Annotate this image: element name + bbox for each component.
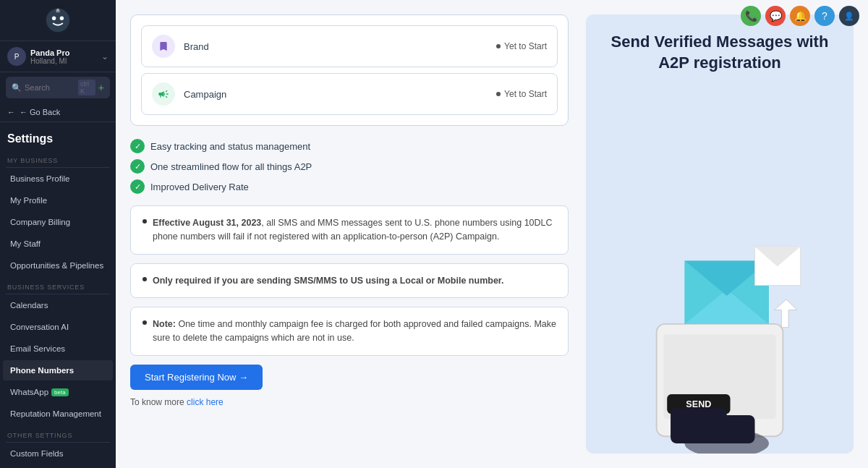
brand-card: Brand Yet to Start xyxy=(141,25,558,67)
feature-item-3: ✓ Improved Delivery Rate xyxy=(130,179,569,194)
divider xyxy=(6,167,110,168)
start-registering-button[interactable]: Start Registering Now → xyxy=(130,365,263,390)
campaign-status-text: Yet to Start xyxy=(504,89,547,99)
sidebar-item-my-profile[interactable]: My Profile xyxy=(3,190,113,210)
account-location: Holland, MI xyxy=(30,57,97,65)
svg-text:SEND: SEND xyxy=(686,399,711,409)
brand-status-text: Yet to Start xyxy=(504,41,547,51)
sidebar-item-phone-numbers[interactable]: Phone Numbers xyxy=(3,360,113,380)
sidebar-item-opportunities[interactable]: Opportunities & Pipelines xyxy=(3,255,113,276)
right-panel: Send Verified Messages with A2P registra… xyxy=(586,14,854,454)
feature-item-2: ✓ One streamlined flow for all things A2… xyxy=(130,159,569,174)
info-text-1: Effective August 31, 2023, all SMS and M… xyxy=(153,216,556,244)
feature-label-3: Improved Delivery Rate xyxy=(150,182,249,192)
brand-label: Brand xyxy=(184,41,496,52)
sidebar-item-company-billing[interactable]: Company Billing xyxy=(3,212,113,232)
search-icon: 🔍 xyxy=(12,83,22,93)
whatsapp-label: WhatsApp xyxy=(10,388,48,396)
sidebar-item-conversation-ai[interactable]: Conversation AI xyxy=(3,317,113,337)
svg-point-2 xyxy=(60,17,64,20)
bullet-icon-3 xyxy=(142,320,147,325)
account-name: Panda Pro xyxy=(30,48,97,57)
svg-point-4 xyxy=(56,9,59,12)
info-box-note: Note: One time and monthly campaign fee … xyxy=(130,307,569,356)
divider xyxy=(6,442,110,443)
right-panel-title: Send Verified Messages with A2P registra… xyxy=(600,32,839,73)
info-text-2: Only required if you are sending SMS/MMS… xyxy=(153,274,503,288)
sidebar-item-email-services[interactable]: Email Services xyxy=(3,339,113,359)
divider xyxy=(6,294,110,294)
back-arrow-icon: ← xyxy=(7,108,15,116)
main-content: Brand Yet to Start Campaign Yet to Start xyxy=(116,0,868,468)
sidebar-logo xyxy=(0,0,116,41)
phone-topbar-icon[interactable]: 📞 xyxy=(741,6,761,26)
chevron-down-icon: ⌄ xyxy=(101,51,109,61)
search-shortcut: ctrl K xyxy=(78,80,95,95)
info-text-3: Note: One time and monthly campaign fee … xyxy=(153,318,556,345)
know-more-text: To know more click here xyxy=(130,397,569,407)
sidebar-item-custom-fields[interactable]: Custom Fields xyxy=(3,443,113,464)
bell-topbar-icon[interactable]: 🔔 xyxy=(790,6,810,26)
info-box-effective-date: Effective August 31, 2023, all SMS and M… xyxy=(130,205,569,255)
avatar: P xyxy=(7,47,26,66)
sidebar-item-whatsapp[interactable]: WhatsApp beta xyxy=(3,382,113,402)
campaign-status: Yet to Start xyxy=(496,89,547,99)
beta-badge: beta xyxy=(51,388,69,396)
section-business-services: BUSINESS SERVICES xyxy=(0,276,116,294)
svg-point-1 xyxy=(52,17,56,20)
brand-status-dot xyxy=(496,44,501,48)
chat-topbar-icon[interactable]: 💬 xyxy=(765,6,786,26)
check-icon-1: ✓ xyxy=(130,139,145,153)
sidebar-search-bar[interactable]: 🔍 ctrl K + xyxy=(6,77,110,98)
check-icon-3: ✓ xyxy=(130,179,145,194)
brand-icon xyxy=(152,35,175,58)
sidebar-item-reputation[interactable]: Reputation Management xyxy=(3,404,113,424)
search-input[interactable] xyxy=(25,83,75,92)
go-back-button[interactable]: ← ← Go Back xyxy=(0,103,116,122)
sidebar-account[interactable]: P Panda Pro Holland, MI ⌄ xyxy=(0,41,116,72)
section-my-business: MY BUSINESS xyxy=(0,150,116,167)
a2p-illustration: SEND xyxy=(600,88,839,454)
campaign-icon xyxy=(152,82,175,106)
brand-status: Yet to Start xyxy=(496,41,547,51)
info-box-required: Only required if you are sending SMS/MMS… xyxy=(130,263,569,299)
user-topbar-icon[interactable]: 👤 xyxy=(839,6,859,26)
start-button-label: Start Registering Now → xyxy=(145,372,248,383)
feature-label-1: Easy tracking and status management xyxy=(150,141,310,152)
click-here-link[interactable]: click here xyxy=(187,397,224,407)
section-other-settings: OTHER SETTINGS xyxy=(0,425,116,442)
left-panel: Brand Yet to Start Campaign Yet to Start xyxy=(130,14,571,454)
svg-rect-17 xyxy=(709,415,754,443)
sidebar-item-custom-values[interactable]: Custom Values xyxy=(3,465,113,468)
topbar: 📞 💬 🔔 ? 👤 xyxy=(732,0,868,32)
sidebar: P Panda Pro Holland, MI ⌄ 🔍 ctrl K + ← ←… xyxy=(0,0,116,468)
campaign-label: Campaign xyxy=(184,89,496,100)
feature-item-1: ✓ Easy tracking and status management xyxy=(130,139,569,153)
bullet-icon xyxy=(142,219,147,224)
add-icon[interactable]: + xyxy=(98,82,104,93)
settings-title: Settings xyxy=(0,122,116,150)
sidebar-item-business-profile[interactable]: Business Profile xyxy=(3,169,113,189)
campaign-card: Campaign Yet to Start xyxy=(141,73,558,115)
status-cards-container: Brand Yet to Start Campaign Yet to Start xyxy=(130,14,569,126)
svg-marker-18 xyxy=(775,299,797,328)
feature-label-2: One streamlined flow for all things A2P xyxy=(150,161,312,172)
sidebar-item-calendars[interactable]: Calendars xyxy=(3,295,113,315)
help-topbar-icon[interactable]: ? xyxy=(814,6,835,26)
go-back-label: ← Go Back xyxy=(20,108,60,116)
check-icon-2: ✓ xyxy=(130,159,145,174)
sidebar-item-my-staff[interactable]: My Staff xyxy=(3,234,113,254)
bullet-icon-2 xyxy=(142,277,147,281)
campaign-status-dot xyxy=(496,92,501,96)
content-area: Brand Yet to Start Campaign Yet to Start xyxy=(116,0,868,468)
feature-list: ✓ Easy tracking and status management ✓ … xyxy=(130,139,569,194)
